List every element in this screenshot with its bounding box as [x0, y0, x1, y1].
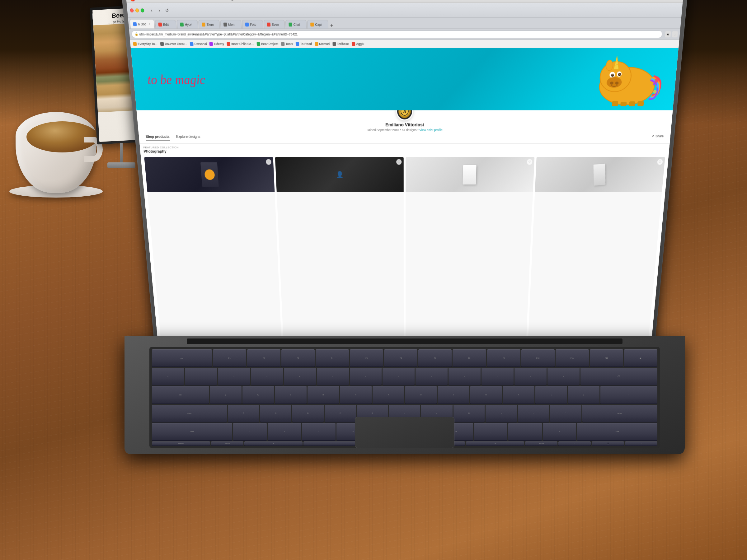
key-f7[interactable]: F7: [418, 349, 452, 367]
key-f11[interactable]: F11: [556, 349, 589, 367]
key-r[interactable]: R: [308, 386, 339, 403]
tab-capi[interactable]: Capi: [307, 20, 328, 29]
key-z[interactable]: Z: [233, 423, 267, 440]
apple-logo-icon[interactable]: 🍎: [129, 0, 136, 1]
key-shift-right[interactable]: shift: [577, 423, 658, 440]
key-0[interactable]: 0: [482, 368, 514, 385]
bookmark-personal[interactable]: Personal: [190, 42, 207, 46]
key-4[interactable]: 4: [284, 368, 316, 385]
key-slash[interactable]: /: [543, 423, 576, 440]
key-option[interactable]: option: [211, 442, 243, 446]
key-f8[interactable]: F8: [453, 349, 486, 367]
bookmark-tools[interactable]: Tools: [281, 42, 293, 46]
view-artist-link[interactable]: View artist profile: [419, 128, 442, 132]
tab-elem[interactable]: Elem: [198, 20, 220, 29]
key-caps[interactable]: caps: [152, 405, 227, 422]
key-f10[interactable]: F10: [521, 349, 555, 367]
bookmark-everyday[interactable]: Everyday To...: [133, 42, 157, 46]
key-enter[interactable]: return: [582, 405, 658, 422]
key-power[interactable]: ⏏: [624, 349, 658, 367]
bookmark-toread[interactable]: To Read: [296, 42, 312, 46]
menubar-cronologia[interactable]: Cronologia: [217, 0, 236, 1]
key-i[interactable]: I: [438, 386, 469, 403]
product-card-3[interactable]: ♡: [406, 157, 535, 337]
key-k[interactable]: K: [454, 405, 485, 422]
key-rbracket[interactable]: ]: [568, 386, 600, 403]
key-arrow-right[interactable]: →: [625, 442, 658, 446]
minimize-button[interactable]: [135, 8, 139, 12]
key-arrow-down[interactable]: ↓: [608, 444, 609, 446]
key-lbracket[interactable]: [: [535, 386, 567, 403]
key-s[interactable]: S: [260, 405, 292, 422]
close-button[interactable]: [130, 8, 133, 12]
key-8[interactable]: 8: [415, 368, 447, 385]
key-q[interactable]: Q: [210, 386, 241, 403]
key-arrow-left[interactable]: ←: [558, 442, 591, 446]
key-f9[interactable]: F9: [487, 349, 520, 367]
new-tab-button[interactable]: +: [330, 22, 333, 28]
menubar-preferiti[interactable]: Preferiti: [240, 0, 254, 1]
key-tab[interactable]: tab: [152, 386, 209, 403]
key-f12[interactable]: F12: [590, 349, 623, 367]
key-minus[interactable]: -: [515, 368, 546, 385]
key-f1[interactable]: F1: [213, 349, 246, 367]
key-control[interactable]: control: [152, 442, 210, 446]
maximize-button[interactable]: [140, 8, 144, 12]
bookmark-toribase[interactable]: Toribase: [332, 42, 349, 46]
key-3[interactable]: 3: [251, 368, 283, 385]
key-option-right[interactable]: option: [525, 442, 558, 446]
key-shift-left[interactable]: shift: [152, 423, 232, 440]
key-f3[interactable]: F3: [281, 349, 315, 367]
product-card-2[interactable]: 👤 ♡: [275, 157, 404, 337]
key-backslash[interactable]: \: [600, 386, 658, 403]
bookmark-memori[interactable]: Memori: [315, 42, 330, 46]
key-quote[interactable]: ': [550, 405, 582, 422]
key-y[interactable]: Y: [372, 386, 404, 403]
tab-even[interactable]: Even: [263, 20, 285, 29]
key-7[interactable]: 7: [383, 368, 415, 385]
tab-hybri[interactable]: Hybri: [177, 20, 198, 29]
heart-icon-3[interactable]: ♡: [526, 159, 532, 165]
trackpad[interactable]: [355, 417, 455, 448]
key-l[interactable]: L: [486, 405, 517, 422]
menubar-archivio[interactable]: Archivio: [159, 0, 173, 1]
touchbar[interactable]: [187, 339, 622, 344]
tab-men[interactable]: Men: [220, 20, 241, 29]
key-p[interactable]: P: [503, 386, 535, 403]
menubar-chrome[interactable]: Chrome: [141, 0, 155, 1]
key-command-left[interactable]: ⌘: [244, 442, 303, 446]
key-1[interactable]: 1: [185, 368, 217, 385]
tab-close-button[interactable]: ×: [148, 22, 151, 26]
heart-icon-2[interactable]: ♡: [396, 159, 402, 165]
key-e[interactable]: E: [275, 386, 307, 403]
menubar-visualizza[interactable]: Visualizza: [196, 0, 213, 1]
key-f2[interactable]: F2: [247, 349, 280, 367]
menubar-profili[interactable]: Profili: [258, 0, 268, 1]
key-escape[interactable]: esc: [152, 349, 212, 367]
tab-editi[interactable]: Editi: [155, 20, 177, 29]
key-tilde[interactable]: ~: [152, 368, 184, 385]
key-equal[interactable]: =: [547, 368, 579, 385]
product-card-1[interactable]: ♡: [144, 157, 281, 337]
bookmark-bear[interactable]: Bear Project: [256, 42, 278, 46]
key-x[interactable]: X: [268, 423, 301, 440]
key-f[interactable]: F: [325, 405, 356, 422]
bookmark-innerchild[interactable]: Inner Child So...: [227, 42, 254, 46]
key-backspace[interactable]: ⌫: [581, 368, 658, 385]
key-comma[interactable]: ,: [474, 423, 508, 440]
key-9[interactable]: 9: [448, 368, 481, 385]
key-2[interactable]: 2: [218, 368, 250, 385]
key-f6[interactable]: F6: [384, 349, 417, 367]
back-button[interactable]: ‹: [148, 7, 155, 14]
key-arrow-up[interactable]: ↑: [608, 442, 609, 443]
key-a[interactable]: A: [228, 405, 259, 422]
key-period[interactable]: .: [508, 423, 542, 440]
menubar-schede[interactable]: Schede: [272, 0, 285, 1]
share-button[interactable]: ↗ Share: [651, 134, 664, 138]
bookmark-doumer[interactable]: Doumer Creat...: [160, 42, 187, 46]
key-t[interactable]: T: [340, 386, 371, 403]
key-w[interactable]: W: [242, 386, 274, 403]
key-u[interactable]: U: [405, 386, 437, 403]
key-5[interactable]: 5: [317, 368, 349, 385]
shop-products-tab[interactable]: Shop products: [146, 135, 170, 141]
